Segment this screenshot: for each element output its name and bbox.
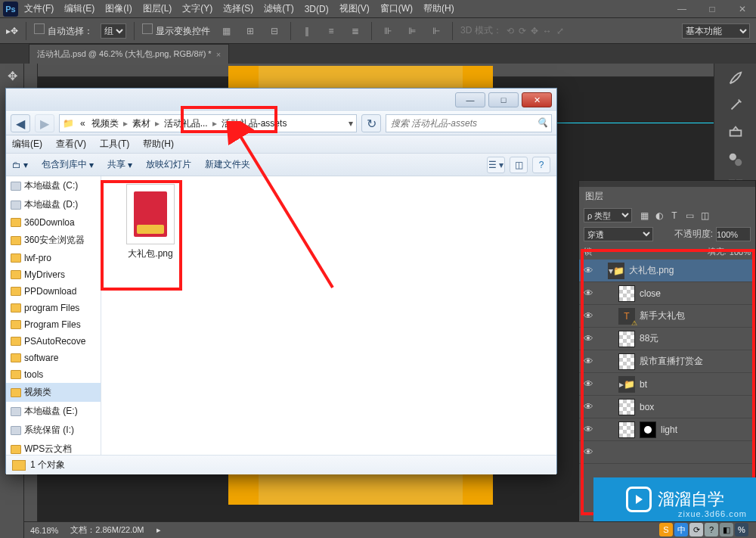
minimize-button[interactable]: — [455,92,485,107]
3d-pan-icon[interactable]: ✥ [531,26,538,36]
help-button[interactable]: ? [532,157,550,173]
menu-edit[interactable]: 编辑(E) [64,2,94,15]
filter-adjust-icon[interactable]: ◐ [653,210,665,222]
brush-panel-icon[interactable] [722,67,749,89]
layer-group-row[interactable]: 👁 ▸📁 bt [579,373,755,396]
sidebar-item[interactable]: tools [6,366,101,383]
close-tab-icon[interactable]: × [216,50,221,59]
close-button[interactable]: ✕ [732,4,753,14]
menu-view[interactable]: 视图(V) [339,2,370,15]
menu-select[interactable]: 选择(S) [223,2,253,15]
show-transform-checkbox[interactable] [142,23,153,34]
breadcrumb[interactable]: 📁 « 视频类▸ 素材▸ 活动礼品...▸ 活动礼品-assets ▾ [59,114,357,132]
distribute-icon[interactable]: ⊩ [428,23,445,39]
menu-view[interactable]: 查看(V) [56,138,86,151]
tray-icon[interactable]: S [659,523,673,536]
visibility-toggle-icon[interactable]: 👁 [579,310,597,322]
minimize-button[interactable]: — [671,4,692,14]
visibility-toggle-icon[interactable]: 👁 [579,446,597,458]
layer-group-row[interactable]: 👁 ▾📁 大礼包.png [579,260,755,282]
layer-row[interactable]: 👁 T⚠ 新手大礼包 [579,305,755,328]
visibility-toggle-icon[interactable]: 👁 [579,424,597,435]
sidebar-item[interactable]: 本地磁盘 (D:) [6,195,101,214]
layer-row[interactable]: 👁 light [579,418,755,441]
forward-button[interactable]: ▶ [35,114,54,132]
sidebar-item[interactable]: lwf-pro [6,250,101,266]
align-icon[interactable]: ⊟ [266,23,283,39]
3d-roll-icon[interactable]: ⟳ [519,26,526,36]
sidebar-item[interactable]: 本地磁盘 (E:) [6,402,101,421]
3d-orbit-icon[interactable]: ⟲ [507,26,514,36]
breadcrumb-item[interactable]: 视频类 [88,117,122,130]
layer-row[interactable]: 👁 box [579,396,755,418]
3d-slide-icon[interactable]: ↔ [543,26,552,36]
menu-window[interactable]: 窗口(W) [380,2,413,15]
visibility-toggle-icon[interactable]: 👁 [579,333,597,344]
move-tool-icon[interactable]: ✥ [2,65,23,86]
menu-3d[interactable]: 3D(D) [305,4,329,14]
zoom-level[interactable]: 46.18% [30,526,58,535]
maximize-button[interactable]: □ [488,92,519,107]
sidebar-item[interactable]: WPS云文档 [6,440,101,455]
breadcrumb-item[interactable]: 活动礼品-assets [218,117,290,130]
visibility-toggle-icon[interactable]: 👁 [579,378,597,390]
breadcrumb-item[interactable]: 素材 [129,117,153,130]
sidebar-item[interactable]: software [6,350,101,366]
menu-file[interactable]: 文件(F) [24,2,54,15]
menu-help[interactable]: 帮助(H) [423,2,454,15]
tray-icon[interactable]: 中 [674,523,688,536]
filter-text-icon[interactable]: T [668,210,680,222]
layer-row[interactable]: 👁 [579,441,755,464]
layer-row[interactable]: 👁 股市直播打赏金 [579,350,755,373]
menu-tools[interactable]: 工具(T) [100,138,129,151]
workspace-dropdown[interactable]: 基本功能 [682,23,750,39]
layer-filter-kind[interactable]: ρ 类型 [584,208,632,222]
sidebar-item[interactable]: MyDrivers [6,266,101,283]
file-item[interactable]: 大礼包.png [109,184,192,260]
align-icon[interactable]: ‖ [299,23,315,39]
sidebar-item[interactable]: 360Downloa [6,214,101,231]
slideshow-button[interactable]: 放映幻灯片 [146,158,191,171]
layer-row[interactable]: 👁 88元 [579,328,755,350]
menu-help[interactable]: 帮助(H) [143,138,174,151]
menu-filter[interactable]: 滤镜(T) [264,2,293,15]
align-icon[interactable]: ⊞ [242,23,259,39]
layer-row[interactable]: 👁 close [579,282,755,305]
search-input[interactable]: 搜索 活动礼品-assets 🔍 [386,114,552,132]
tray-icon[interactable]: ◧ [720,523,733,536]
filter-smart-icon[interactable]: ◫ [699,210,711,222]
organize-dropdown[interactable]: 🗀 ▾ [12,160,28,170]
explorer-file-area[interactable]: 大礼包.png [101,176,556,455]
auto-select-checkbox[interactable] [34,23,45,34]
sidebar-item[interactable]: 360安全浏览器 [6,231,101,250]
swatches-panel-icon[interactable] [722,148,749,171]
align-icon[interactable]: ≣ [347,23,364,39]
visibility-toggle-icon[interactable]: 👁 [579,401,597,412]
clone-panel-icon[interactable] [722,121,749,144]
align-icon[interactable]: ≡ [323,23,339,39]
sidebar-item[interactable]: PSAutoRecove [6,333,101,350]
auto-select-dropdown[interactable]: 组 [101,23,126,39]
filter-shape-icon[interactable]: ▭ [683,210,696,222]
menu-image[interactable]: 图像(I) [105,2,132,15]
panel-grip[interactable] [579,181,755,187]
view-mode-button[interactable]: ☰ ▾ [487,157,505,173]
preview-pane-button[interactable]: ◫ [510,157,528,173]
visibility-toggle-icon[interactable]: 👁 [579,356,597,367]
align-icon[interactable]: ▦ [218,23,234,39]
distribute-icon[interactable]: ⊪ [380,23,396,39]
status-arrow-icon[interactable]: ▸ [156,525,161,535]
visibility-toggle-icon[interactable]: 👁 [579,288,597,299]
sidebar-item[interactable]: PPDownload [6,283,101,300]
share-dropdown[interactable]: 共享 ▾ [107,158,132,171]
menu-layer[interactable]: 图层(L) [143,2,172,15]
sidebar-item[interactable]: 系统保留 (I:) [6,421,101,440]
document-tab[interactable]: 活动礼品.psd @ 46.2% (大礼包.png, RGB/8#) * × [29,44,229,64]
sidebar-item[interactable]: 本地磁盘 (C:) [6,176,101,195]
menu-text[interactable]: 文字(Y) [182,2,212,15]
visibility-toggle-icon[interactable]: 👁 [579,265,597,276]
close-button[interactable]: ✕ [522,92,552,107]
tray-icon[interactable]: ⟳ [689,523,703,536]
opacity-input[interactable] [716,227,751,241]
blend-mode-dropdown[interactable]: 穿透 [584,227,653,241]
